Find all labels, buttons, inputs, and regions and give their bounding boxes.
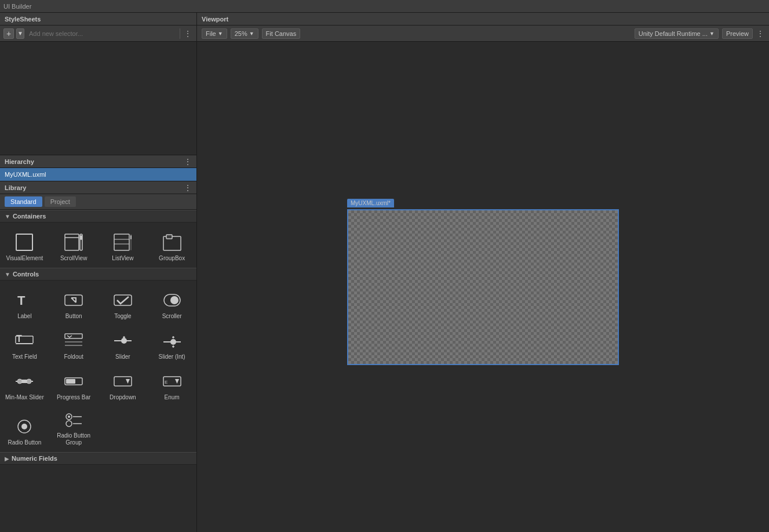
group-box-label: GroupBox [159, 255, 185, 262]
svg-point-40 [27, 379, 31, 384]
stylesheets-header: StyleSheets [0, 13, 196, 25]
tab-project[interactable]: Project [45, 196, 76, 207]
top-bar: UI Builder [0, 0, 769, 13]
library-item-text-field[interactable]: T Text Field [0, 323, 49, 364]
fit-canvas-button[interactable]: Fit Canvas [262, 28, 301, 39]
svg-rect-4 [80, 235, 82, 240]
preview-button[interactable]: Preview [722, 28, 753, 39]
viewport-toolbar: File ▼ 25% ▼ Fit Canvas Unity Default Ru… [197, 25, 769, 42]
zoom-button[interactable]: 25% ▼ [231, 28, 258, 39]
visual-element-label: VisualElement [6, 255, 43, 262]
list-view-icon [112, 232, 133, 253]
svg-text:T: T [17, 293, 25, 308]
svg-marker-46 [175, 379, 179, 384]
app-title: UI Builder [3, 3, 31, 10]
svg-point-18 [170, 296, 178, 304]
svg-line-15 [71, 298, 76, 303]
library-item-slider-int[interactable]: Slider (Int) [147, 323, 196, 364]
canvas-border [347, 209, 619, 365]
library-item-enum[interactable]: E Enum [147, 364, 196, 405]
viewport-canvas: MyUXML.uxml* [197, 42, 769, 532]
library-item-foldout[interactable]: Foldout [49, 323, 99, 364]
viewport: Viewport File ▼ 25% ▼ Fit Canvas Unity D… [197, 13, 769, 532]
preview-label: Preview [726, 30, 749, 37]
library-item-toggle[interactable]: Toggle [99, 283, 148, 323]
library-item-slider[interactable]: Slider [99, 323, 148, 364]
svg-rect-20 [16, 343, 33, 344]
add-selector-input[interactable] [27, 29, 175, 38]
add-selector-bar: + ▼ ⋮ [0, 25, 196, 42]
stylesheets-area [0, 42, 196, 155]
radio-button-icon [14, 416, 35, 437]
library-item-scroller[interactable]: Scroller [147, 283, 196, 323]
hierarchy-area: MyUXML.uxml [0, 168, 196, 181]
toolbar-more-button[interactable]: ⋮ [756, 29, 764, 38]
text-field-icon: T [14, 330, 35, 351]
label-icon: T [14, 290, 35, 311]
group-box-icon [162, 232, 183, 253]
svg-rect-43 [114, 377, 132, 386]
tab-standard[interactable]: Standard [5, 196, 42, 207]
runtime-button[interactable]: Unity Default Runtime ... ▼ [635, 28, 719, 39]
enum-item-label: Enum [165, 394, 180, 401]
svg-text:T: T [16, 334, 22, 344]
scroller-icon [162, 290, 183, 311]
button-icon [63, 290, 84, 311]
min-max-slider-icon [14, 371, 35, 392]
library-item-button[interactable]: Button [49, 283, 99, 323]
library-item-dropdown[interactable]: Dropdown [99, 364, 148, 405]
toolbar-right: Unity Default Runtime ... ▼ Preview ⋮ [635, 28, 764, 39]
enum-icon: E [162, 371, 183, 392]
controls-grid: T Label [0, 280, 196, 452]
add-selector-dropdown-button[interactable]: ▼ [16, 28, 24, 39]
library-item-list-view[interactable]: ListView [99, 225, 148, 265]
library-item-radio-button[interactable]: Radio Button [0, 405, 49, 450]
runtime-label: Unity Default Runtime ... [639, 30, 708, 37]
add-selector-plus-button[interactable]: + [3, 28, 14, 39]
category-containers[interactable]: ▼ Containers [0, 210, 196, 223]
toggle-item-label: Toggle [114, 313, 131, 320]
containers-grid: VisualElement ScrollView [0, 223, 196, 268]
progress-bar-icon [63, 371, 84, 392]
library-item-radio-button-group[interactable]: Radio Button Group [49, 405, 99, 450]
library-item-visual-element[interactable]: VisualElement [0, 225, 49, 265]
viewport-header: Viewport [197, 13, 769, 25]
hierarchy-section: Hierarchy ⋮ MyUXML.uxml [0, 155, 196, 181]
library-title: Library [5, 184, 26, 191]
library-tabs: Standard Project [0, 194, 196, 210]
add-selector-more-button[interactable]: ⋮ [183, 29, 193, 38]
radio-button-item-label: Radio Button [8, 439, 41, 446]
hierarchy-menu-button[interactable]: ⋮ [184, 157, 192, 166]
library-item-min-max-slider[interactable]: Min-Max Slider [0, 364, 49, 405]
button-item-label: Button [65, 313, 82, 320]
library-item-progress-bar[interactable]: Progress Bar [49, 364, 99, 405]
hierarchy-item-label: MyUXML.uxml [5, 171, 46, 178]
radio-button-group-item-label: Radio Button Group [52, 432, 96, 446]
category-controls[interactable]: ▼ Controls [0, 268, 196, 280]
containers-title: Containers [13, 213, 46, 220]
controls-arrow: ▼ [5, 271, 10, 278]
svg-rect-42 [66, 379, 75, 384]
file-button[interactable]: File ▼ [202, 28, 227, 39]
library-item-scroll-view[interactable]: ScrollView [49, 225, 99, 265]
library-header: Library ⋮ [0, 181, 196, 194]
library-menu-button[interactable]: ⋮ [184, 183, 192, 192]
label-item-label: Label [17, 313, 31, 320]
visual-element-icon [14, 232, 35, 253]
fit-canvas-label: Fit Canvas [266, 30, 297, 37]
hierarchy-item[interactable]: MyUXML.uxml [0, 168, 196, 181]
category-numeric-fields[interactable]: ▶ Numeric Fields [0, 452, 196, 465]
stylesheets-title: StyleSheets [5, 16, 41, 23]
text-field-item-label: Text Field [12, 354, 37, 360]
canvas-frame-title: MyUXML.uxml* [347, 199, 394, 207]
add-selector-separator [180, 28, 180, 39]
svg-rect-9 [130, 235, 132, 239]
library-item-label[interactable]: T Label [0, 283, 49, 323]
canvas-frame: MyUXML.uxml* [347, 209, 619, 365]
scroll-view-icon [63, 232, 84, 253]
svg-marker-44 [126, 379, 130, 384]
library-item-group-box[interactable]: GroupBox [147, 225, 196, 265]
hierarchy-header: Hierarchy ⋮ [0, 155, 196, 168]
numeric-fields-title: Numeric Fields [12, 455, 57, 462]
slider-item-label: Slider [115, 354, 130, 360]
